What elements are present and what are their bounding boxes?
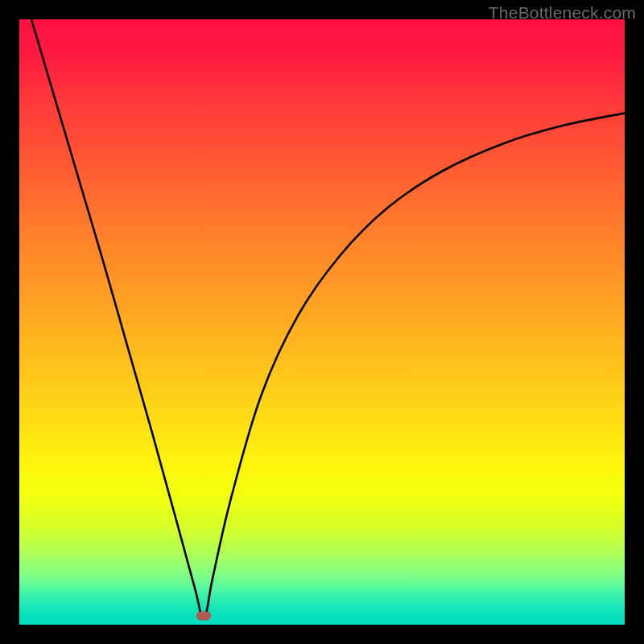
watermark-text: TheBottleneck.com [489, 3, 636, 23]
minimum-marker [196, 611, 211, 620]
chart-gradient-background [19, 19, 625, 625]
chart-frame [19, 19, 625, 625]
